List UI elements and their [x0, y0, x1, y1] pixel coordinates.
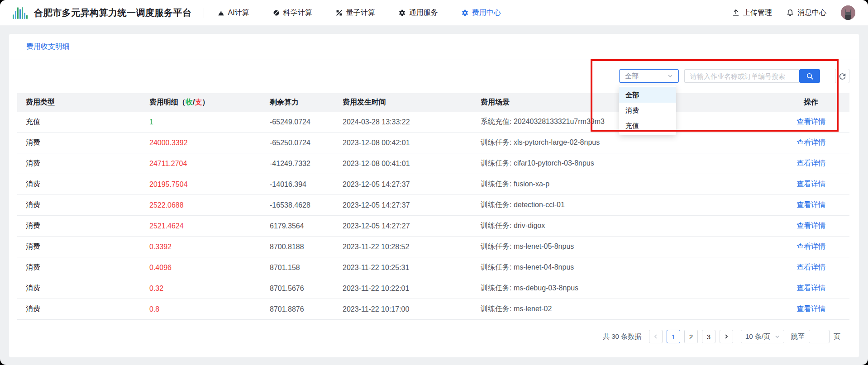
cell-remaining-power: -65250.0724 [261, 139, 334, 147]
upload-manager-button[interactable]: 上传管理 [732, 8, 772, 18]
cell-remaining-power: 8700.8188 [261, 243, 334, 251]
page-button-3[interactable]: 3 [702, 330, 715, 343]
page-button-2[interactable]: 2 [684, 330, 698, 343]
view-detail-link[interactable]: 查看详情 [796, 201, 825, 209]
page-jump-input[interactable] [809, 330, 830, 343]
search-input[interactable] [684, 69, 799, 83]
pagination-bar: 共 30 条数据 1 2 3 10 条/页 跳至 页 [9, 330, 859, 343]
table-row: 充值 1 -65249.0724 2024-03-28 13:33:22 系统充… [17, 112, 849, 133]
refresh-button[interactable] [835, 69, 849, 83]
view-detail-link[interactable]: 查看详情 [796, 242, 825, 250]
nav-item-quantum-compute[interactable]: 量子计算 [336, 8, 375, 18]
expense-label: 支 [195, 98, 202, 106]
view-detail-link[interactable]: 查看详情 [796, 305, 825, 313]
table-body: 充值 1 -65249.0724 2024-03-28 13:33:22 系统充… [17, 112, 849, 320]
page-button-1[interactable]: 1 [667, 330, 680, 343]
cell-fee-amount: 0.8 [141, 305, 261, 313]
nav-item-ai-compute[interactable]: AI计算 [218, 8, 249, 18]
cell-fee-time: 2023-12-05 14:27:37 [334, 180, 472, 189]
nav-label: 量子计算 [346, 8, 375, 18]
cell-fee-scene: 训练任务: cifar10-pytorch-03-8npus [472, 159, 773, 168]
cell-fee-time: 2023-12-08 00:42:01 [334, 139, 472, 147]
user-avatar[interactable] [841, 5, 855, 20]
top-navigation-bar: 合肥市多元异构算力统一调度服务平台 AI计算 科学计算 量子计算 通用服务 费用… [0, 0, 868, 26]
topbar-actions: 上传管理 消息中心 [732, 5, 855, 20]
cell-fee-time: 2023-11-22 10:28:52 [334, 243, 472, 251]
table-row: 消费 20195.7504 -14016.394 2023-12-05 14:2… [17, 174, 849, 195]
cell-fee-scene: 训练任务: ms-debug-03-8npus [472, 284, 773, 293]
view-detail-link[interactable]: 查看详情 [796, 284, 825, 292]
cell-fee-scene: 训练任务: fusion-xa-p [472, 180, 773, 189]
cell-fee-amount: 24000.3392 [141, 139, 261, 147]
upload-label: 上传管理 [743, 8, 772, 18]
cell-fee-type: 消费 [17, 263, 141, 272]
cell-fee-amount: 0.4096 [141, 264, 261, 272]
chevron-down-icon [668, 73, 673, 79]
dropdown-option-recharge[interactable]: 充值 [619, 118, 676, 133]
total-count-label: 共 30 条数据 [603, 332, 641, 341]
prev-page-button[interactable] [649, 330, 663, 343]
chevron-down-icon [775, 334, 780, 339]
view-detail-link[interactable]: 查看详情 [796, 263, 825, 271]
cell-fee-amount: 2521.4624 [141, 222, 261, 230]
cell-fee-amount: 1 [141, 118, 261, 126]
search-icon [806, 72, 814, 80]
nav-item-science-compute[interactable]: 科学计算 [273, 8, 312, 18]
cell-remaining-power: 8701.8876 [261, 305, 334, 313]
table-row: 消费 2521.4624 6179.3564 2023-12-05 14:27:… [17, 216, 849, 237]
view-detail-link[interactable]: 查看详情 [796, 138, 825, 146]
page-size-select[interactable]: 10 条/页 [741, 330, 784, 343]
view-detail-link[interactable]: 查看详情 [796, 159, 825, 167]
cell-fee-type: 消费 [17, 304, 141, 314]
page-size-value: 10 条/页 [745, 332, 770, 341]
cell-fee-amount: 2522.0688 [141, 201, 261, 209]
table-header-row: 费用类型 费用明细（收/支） 剩余算力 费用发生时间 费用场景 操作 [17, 93, 849, 112]
page-jump: 跳至 页 [791, 330, 840, 343]
nav-label: 费用中心 [472, 8, 501, 18]
cell-fee-scene: 训练任务: xls-pytorch-large-02-8npus [472, 138, 773, 147]
gear-icon [399, 9, 405, 16]
tab-billing-details[interactable]: 费用收支明细 [26, 42, 70, 52]
cell-remaining-power: 6179.3564 [261, 222, 334, 230]
cell-fee-time: 2023-11-22 10:25:31 [334, 264, 472, 272]
next-page-button[interactable] [720, 330, 733, 343]
cell-fee-type: 消费 [17, 159, 141, 168]
cell-fee-time: 2024-03-28 13:33:22 [334, 118, 472, 126]
cell-fee-type: 消费 [17, 221, 141, 231]
cell-fee-scene: 训练任务: ms-lenet-05-8npus [472, 242, 773, 251]
quantum-compute-icon [336, 9, 343, 16]
view-detail-link[interactable]: 查看详情 [796, 222, 825, 229]
view-detail-link[interactable]: 查看详情 [796, 180, 825, 188]
cell-fee-time: 2023-11-22 10:22:01 [334, 284, 472, 293]
col-remaining-power: 剩余算力 [261, 98, 334, 107]
message-center-button[interactable]: 消息中心 [787, 8, 826, 18]
refresh-icon [839, 72, 846, 80]
search-button[interactable] [799, 69, 820, 83]
nav-label: AI计算 [228, 8, 249, 18]
cell-fee-type: 消费 [17, 180, 141, 189]
table-row: 消费 24000.3392 -65250.0724 2023-12-08 00:… [17, 133, 849, 153]
search-group [684, 69, 820, 83]
dropdown-option-consume[interactable]: 消费 [619, 103, 676, 118]
cell-fee-amount: 20195.7504 [141, 180, 261, 189]
cell-remaining-power: -41249.7332 [261, 160, 334, 168]
cell-fee-time: 2023-12-08 00:41:01 [334, 160, 472, 168]
nav-item-general-services[interactable]: 通用服务 [399, 8, 438, 18]
fee-type-select[interactable]: 全部 [619, 69, 679, 83]
table-row: 消费 2522.0688 -16538.4628 2023-12-05 14:2… [17, 195, 849, 216]
platform-logo-icon [13, 6, 28, 19]
cell-fee-type: 消费 [17, 242, 141, 251]
nav-item-billing-center[interactable]: 费用中心 [462, 8, 501, 18]
cell-fee-scene: 训练任务: ms-lenet-04-8npus [472, 263, 773, 272]
jump-suffix-label: 页 [834, 332, 840, 341]
jump-prefix-label: 跳至 [791, 332, 805, 341]
cell-fee-time: 2023-12-05 14:27:37 [334, 201, 472, 209]
table-row: 消费 0.32 8701.5676 2023-11-22 10:22:01 训练… [17, 278, 849, 299]
view-detail-link[interactable]: 查看详情 [796, 118, 825, 125]
dropdown-option-all[interactable]: 全部 [619, 87, 676, 103]
table-row: 消费 0.8 8701.8876 2023-11-22 10:17:00 训练任… [17, 299, 849, 320]
card-tab-bar: 费用收支明细 [9, 34, 859, 60]
income-label: 收 [186, 98, 193, 106]
app-window: 合肥市多元异构算力统一调度服务平台 AI计算 科学计算 量子计算 通用服务 费用… [0, 0, 868, 365]
ai-compute-icon [218, 9, 224, 16]
